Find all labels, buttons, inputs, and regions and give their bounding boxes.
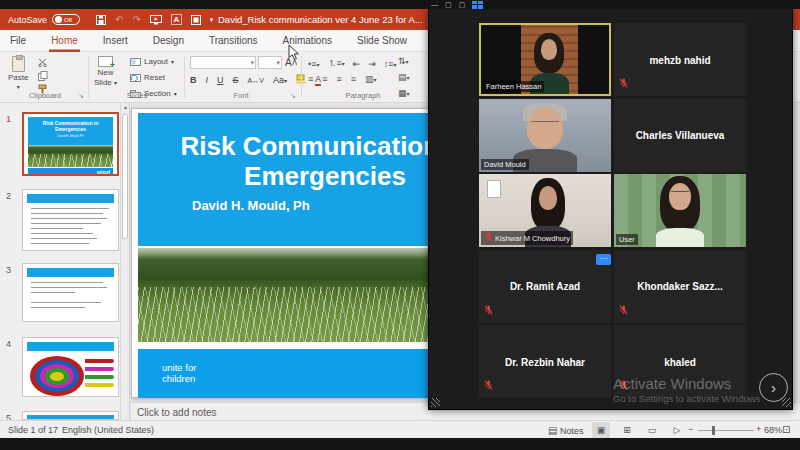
language-indicator[interactable]: English (United States) xyxy=(62,425,154,435)
diagram-legend-bar xyxy=(85,359,114,363)
redo-icon[interactable]: ↷ xyxy=(132,14,140,25)
participant-tile-6[interactable]: User xyxy=(614,174,746,247)
zoom-slider[interactable] xyxy=(698,430,754,431)
status-bar: Slide 1 of 17 English (United States) ▤ … xyxy=(0,420,800,438)
line-spacing-button[interactable]: ↕≡▾ xyxy=(384,59,397,69)
fit-to-window-button[interactable]: ⊡ xyxy=(782,424,790,435)
resize-handle-bl[interactable] xyxy=(431,398,440,407)
zoom-percent[interactable]: 68% xyxy=(764,425,782,435)
strikethrough-button[interactable]: S xyxy=(233,75,239,85)
gallery-view-icon[interactable] xyxy=(472,1,483,9)
participant-name-label: Farheen Hassan xyxy=(483,81,544,92)
participant-name-label: Kishwar M Chowdhury xyxy=(481,231,573,245)
thumb-text-line xyxy=(31,208,109,209)
zoom-out-button[interactable]: − xyxy=(688,424,693,434)
start-presentation-icon[interactable] xyxy=(150,15,162,25)
meeting-window: Farheen Hassanmehzb nahidDavid MouldChar… xyxy=(428,8,793,410)
bullets-button[interactable]: •≡▾ xyxy=(308,59,319,69)
tab-slide-show[interactable]: Slide Show xyxy=(355,30,409,52)
mouse-cursor xyxy=(288,44,301,66)
participant-name: Dr. Ramit Azad xyxy=(479,281,611,292)
thumb-text-line xyxy=(31,307,85,308)
font-name-combo[interactable]: ▾ xyxy=(190,56,256,69)
text-direction-button[interactable]: ⇅▾ xyxy=(398,56,409,66)
participant-tile-5[interactable]: Kishwar M Chowdhury xyxy=(479,174,611,247)
thumbnail-number: 3 xyxy=(6,265,11,275)
thumb-text-line xyxy=(31,243,89,244)
convert-smartart-button[interactable]: ▦▾ xyxy=(398,88,410,98)
justify-button[interactable]: ≡ xyxy=(351,74,356,84)
numbering-button[interactable]: ⒈≡▾ xyxy=(327,57,344,70)
font-size-combo[interactable]: ▾ xyxy=(258,56,282,69)
tab-insert[interactable]: Insert xyxy=(101,30,130,52)
new-slide-label-2: Slide ▾ xyxy=(94,78,117,87)
thumb-title-bar xyxy=(27,268,114,277)
participant-tile-9[interactable]: Dr. Rezbin Nahar xyxy=(479,325,611,398)
align-center-button[interactable]: ≡ xyxy=(322,74,327,84)
diagram-legend-bar xyxy=(85,367,114,371)
slideshow-button[interactable]: ▷ xyxy=(668,422,686,438)
italic-button[interactable]: I xyxy=(206,75,209,85)
columns-button[interactable]: ▥▾ xyxy=(365,74,377,84)
increase-indent-button[interactable]: ⇥ xyxy=(368,59,376,69)
slide-indicator: Slide 1 of 17 xyxy=(8,425,58,435)
participant-tile-1[interactable]: Farheen Hassan xyxy=(479,23,611,96)
tab-file[interactable]: File xyxy=(8,30,28,52)
font-color-box-icon[interactable]: A xyxy=(171,14,182,25)
slide-sorter-button[interactable]: ⊞ xyxy=(618,422,636,438)
align-left-button[interactable]: ≡ xyxy=(308,74,313,84)
zoom-slider-knob[interactable] xyxy=(712,426,715,435)
copy-button[interactable] xyxy=(38,71,48,81)
participant-tile-3[interactable]: David Mould xyxy=(479,99,611,172)
participant-tile-2[interactable]: mehzb nahid xyxy=(614,23,746,96)
save-icon[interactable] xyxy=(96,15,106,25)
scroll-up-icon[interactable]: ▲ xyxy=(121,104,130,110)
muted-mic-icon xyxy=(619,74,628,92)
participant-tile-4[interactable]: Charles Villanueva xyxy=(614,99,746,172)
slide-thumbnail-3[interactable] xyxy=(22,263,119,322)
thumbnail-scrollbar[interactable]: ▲ xyxy=(120,103,129,420)
slide-thumbnail-2[interactable] xyxy=(22,189,119,251)
font-dialog-launcher[interactable]: ↘ xyxy=(290,92,296,100)
new-slide-button[interactable]: New Slide ▾ xyxy=(94,56,117,87)
underline-button[interactable]: U xyxy=(217,75,224,85)
slide-thumbnail-panel: 1Risk Communication inEmergenciesDavid H… xyxy=(0,103,130,420)
thumbnail-number: 1 xyxy=(6,114,11,124)
tab-home[interactable]: Home xyxy=(49,30,80,52)
minimize-icon[interactable]: — xyxy=(431,1,438,8)
bold-button[interactable]: B xyxy=(190,75,197,85)
participant-tile-7[interactable]: Dr. Ramit Azad xyxy=(479,250,611,323)
thumb-text-line xyxy=(31,228,83,229)
slide-thumbnail-4[interactable] xyxy=(22,337,119,397)
muted-mic-icon xyxy=(484,232,493,244)
reading-view-button[interactable]: ▭ xyxy=(643,422,661,438)
qat-customize-chevron-icon[interactable]: ▾ xyxy=(210,16,214,24)
clipboard-dialog-launcher[interactable]: ↘ xyxy=(78,92,84,100)
layout-button[interactable]: Layout▾ xyxy=(130,57,174,66)
cut-button[interactable] xyxy=(38,58,48,67)
change-case-button[interactable]: Aa▾ xyxy=(273,75,287,85)
screen: AutoSave Off ↶ ↷ A ▾ David_Risk communic… xyxy=(0,0,800,450)
slide-thumbnail-1[interactable]: Risk Communication inEmergenciesDavid H.… xyxy=(22,112,119,176)
undo-icon[interactable]: ↶ xyxy=(115,14,123,25)
scrollbar-thumb[interactable] xyxy=(122,114,128,239)
autosave-toggle[interactable]: Off xyxy=(52,9,80,30)
notes-toggle[interactable]: ▤ Notes xyxy=(548,425,583,436)
window-icon-1[interactable]: ▢ xyxy=(445,1,452,8)
tab-design[interactable]: Design xyxy=(151,30,186,52)
resize-handle-br[interactable] xyxy=(782,398,791,407)
normal-view-button[interactable]: ▣ xyxy=(592,422,610,438)
save2-icon[interactable] xyxy=(191,15,201,25)
window-icon-2[interactable]: ▢ xyxy=(459,1,466,8)
paste-button[interactable]: Paste ▾ xyxy=(8,56,28,90)
decrease-indent-button[interactable]: ⇤ xyxy=(353,59,361,69)
slide-thumbnail-5[interactable] xyxy=(22,411,119,420)
zoom-in-button[interactable]: + xyxy=(756,424,761,434)
character-spacing-button[interactable]: A↔V xyxy=(248,77,264,84)
tile-more-button[interactable]: ⋯ xyxy=(596,254,611,265)
tab-transitions[interactable]: Transitions xyxy=(207,30,260,52)
align-right-button[interactable]: ≡ xyxy=(337,74,342,84)
participant-tile-8[interactable]: Khondaker Sazz... xyxy=(614,250,746,323)
reset-button[interactable]: Reset xyxy=(130,73,165,82)
align-text-button[interactable]: ▤▾ xyxy=(398,72,410,82)
